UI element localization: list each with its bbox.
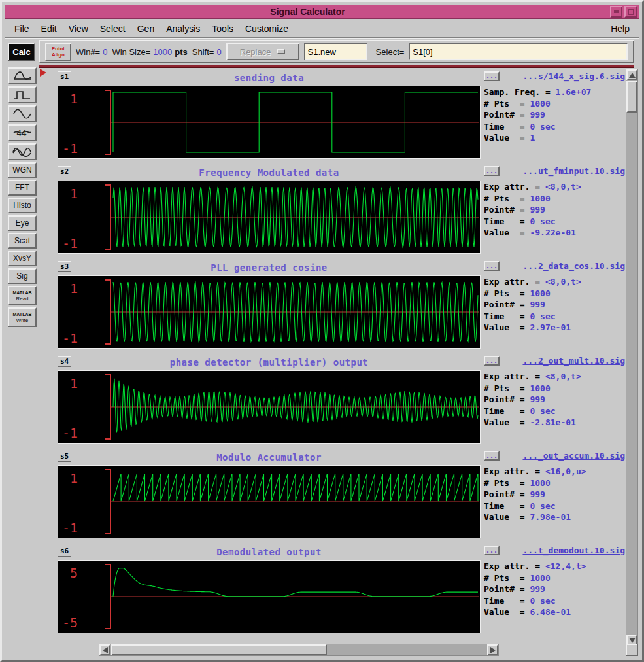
titlebar[interactable]: Signal Calculator (5, 5, 639, 19)
info-label: Point# = (484, 110, 530, 120)
panel-title: sending data (58, 70, 481, 83)
signal-plot[interactable]: 5-5 (58, 560, 481, 633)
scroll-left-button[interactable] (99, 644, 110, 655)
signal-file-link[interactable]: ...2_data_cos.10.sig (522, 261, 625, 271)
resize-grip[interactable] (626, 644, 638, 656)
sidebar-matlab-write-button[interactable]: MATLABWrite (8, 307, 37, 327)
menu-select[interactable]: Select (94, 21, 131, 37)
win-size-value: 1000 (153, 47, 172, 57)
signal-plot[interactable]: 1-1 (58, 465, 481, 538)
calc-button[interactable]: Calc (8, 43, 35, 61)
info-label: Exp attr. = (484, 182, 545, 192)
options-button[interactable]: ... (484, 71, 500, 81)
menu-edit[interactable]: Edit (35, 21, 63, 37)
panel-plot-column: s1 sending data 1-1 (58, 70, 481, 162)
sidebar-clipped-wave-button[interactable] (8, 67, 37, 84)
sidebar-matlab-read-button[interactable]: MATLABRead (8, 286, 37, 305)
panel-info-lines: Exp attr. = <8,0,t># Pts = 1000Point# = … (484, 181, 625, 239)
sidebar-button-label: MATLAB (12, 312, 31, 317)
select-input[interactable] (409, 43, 628, 60)
maximize-icon (628, 9, 634, 15)
signal-file-link[interactable]: ...s/144_x_sig.6.sig (522, 71, 625, 81)
signal-file-link[interactable]: ..._out_accum.10.sig (522, 451, 625, 461)
info-value: -9.22e-01 (530, 228, 575, 237)
signal-panel: s5 Modulo Accumulator 1-1 ... ..._out_ac… (58, 449, 625, 541)
sidebar-multi-wave-button[interactable] (8, 143, 37, 160)
options-button[interactable]: ... (484, 546, 500, 555)
maximize-button[interactable] (624, 6, 637, 18)
panel-id-label[interactable]: s1 (58, 71, 71, 82)
info-label: Time = (484, 217, 530, 226)
panel-info-column: ... ...2_data_cos.10.sig Exp attr. = <8,… (481, 260, 625, 351)
sidebar-fft-button[interactable]: FFT (8, 180, 37, 196)
info-value: 7.98e-01 (530, 512, 571, 522)
menu-help[interactable]: Help (605, 21, 636, 37)
sidebar-scat-button[interactable]: Scat (8, 233, 37, 249)
pane-divider[interactable] (39, 65, 634, 68)
options-button[interactable]: ... (484, 261, 500, 271)
y-axis-bracket (105, 565, 110, 629)
info-line: # Pts = 1000 (484, 478, 625, 489)
sidebar-histo-button[interactable]: Histo (8, 198, 37, 213)
info-value: 2.97e-01 (530, 322, 571, 332)
menu-gen[interactable]: Gen (131, 21, 160, 37)
menu-customize[interactable]: Customize (239, 21, 294, 37)
sidebar-pulse-wave-button[interactable] (8, 86, 37, 103)
options-button[interactable]: ... (484, 356, 500, 366)
menu-analysis[interactable]: Analysis (160, 21, 206, 37)
vertical-scrollbar-thumb[interactable] (626, 81, 637, 113)
info-label: Samp. Freq. = (484, 87, 556, 97)
panel-id-label[interactable]: s6 (58, 546, 71, 557)
y-axis-bracket (105, 185, 110, 249)
panel-id-label[interactable]: s5 (58, 451, 71, 462)
horizontal-scrollbar-thumb[interactable] (111, 644, 327, 655)
options-button[interactable]: ... (484, 451, 500, 461)
sidebar-sine-wave-button[interactable] (8, 105, 37, 122)
info-value: 999 (530, 205, 545, 215)
info-value: 0 sec (530, 311, 555, 321)
minimize-button[interactable] (610, 6, 622, 18)
signal-file-link[interactable]: ...t_demodout.10.sig (522, 546, 625, 555)
signal-plot[interactable]: 1-1 (58, 370, 481, 444)
menu-tools[interactable]: Tools (206, 21, 239, 37)
signal-plot[interactable]: 1-1 (58, 86, 481, 159)
panel-info-top: ... ...2_out_mult.10.sig (484, 356, 625, 370)
menu-view[interactable]: View (63, 21, 94, 37)
mode-dropdown[interactable]: Replace (226, 43, 299, 60)
point-align-button[interactable]: Point Align (45, 43, 71, 61)
win-size-label: Win Size= (112, 47, 150, 57)
sidebar: 44WGNFFTHistoEyeScatXvsYSigMATLABReadMAT… (6, 67, 39, 329)
horizontal-scrollbar[interactable] (99, 644, 499, 656)
info-value: 1000 (530, 573, 550, 583)
info-value: 1000 (530, 194, 550, 203)
sidebar-sig-button[interactable]: Sig (8, 268, 37, 284)
sidebar-eye-button[interactable]: Eye (8, 215, 37, 231)
signal-plot[interactable]: 1-1 (58, 181, 481, 254)
options-button[interactable]: ... (484, 166, 500, 176)
scroll-up-button[interactable] (626, 69, 637, 80)
y-min-label: -1 (62, 235, 78, 251)
scroll-right-button[interactable] (487, 644, 498, 655)
menu-file[interactable]: File (8, 21, 35, 37)
sidebar-wgn-button[interactable]: WGN (8, 162, 37, 178)
panel-id-label[interactable]: s4 (58, 356, 71, 367)
sidebar-quantize-button[interactable]: 44 (8, 124, 37, 141)
panel-header: s3 PLL generated cosine (58, 260, 481, 275)
panel-plot-column: s4 phase detector (multiplier) output 1-… (58, 355, 481, 446)
info-line: Value = -9.22e-01 (484, 227, 625, 239)
sidebar-xvsy-button[interactable]: XvsY (8, 251, 37, 266)
vertical-scrollbar[interactable] (626, 69, 638, 646)
info-label: Value = (484, 228, 530, 237)
panel-info-top: ... ...ut_fminput.10.sig (484, 166, 625, 180)
signal-file-link[interactable]: ...2_out_mult.10.sig (522, 356, 625, 366)
panel-info-column: ... ...s/144_x_sig.6.sig Samp. Freq. = 1… (481, 70, 625, 162)
panel-plot-column: s2 Frequency Modulated data 1-1 (58, 165, 481, 256)
panel-id-label[interactable]: s2 (58, 166, 71, 177)
panel-info-top: ... ...2_data_cos.10.sig (484, 261, 625, 275)
signal-file-link[interactable]: ...ut_fminput.10.sig (522, 166, 625, 176)
signal-plot[interactable]: 1-1 (58, 275, 481, 349)
panel-title: phase detector (multiplier) output (58, 355, 481, 368)
info-line: Value = 2.97e-01 (484, 322, 625, 334)
panel-id-label[interactable]: s3 (58, 261, 71, 272)
signal-name-input[interactable] (304, 43, 367, 60)
